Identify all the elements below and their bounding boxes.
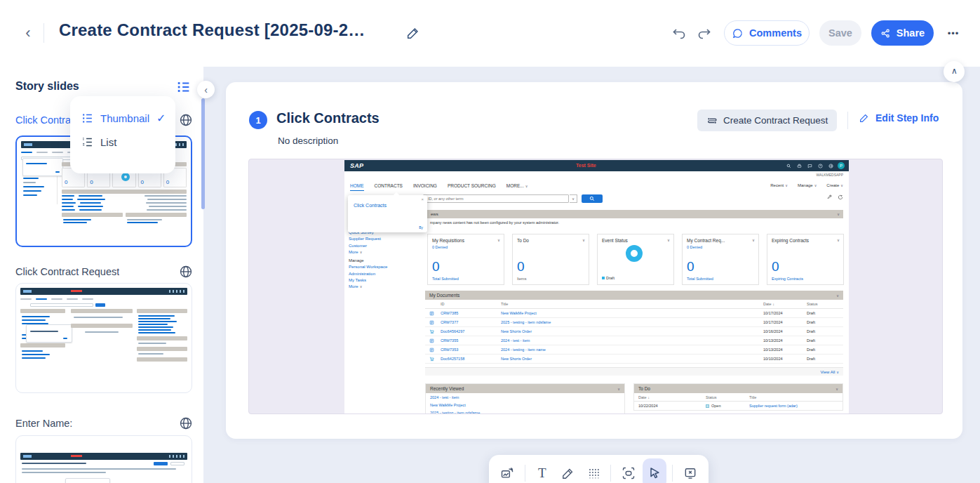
draw-tool-pencil-icon[interactable] [556, 461, 579, 483]
avatar: P [838, 162, 845, 169]
back-icon: ‹ [25, 24, 30, 42]
document-row: CRW73532024 - testing - item name 10/13/… [425, 345, 843, 355]
event-status-donut [626, 245, 643, 262]
sap-nav-tabs: HOME CONTRACTS INVOICING PRODUCT SOURCIN… [350, 183, 528, 191]
sap-topbar: SAP Test Site P [344, 160, 849, 171]
mini-tooltip [22, 158, 63, 176]
pixelate-tool-icon[interactable] [582, 461, 605, 483]
flow-icon [706, 115, 718, 126]
view-mode-menu: Thumbnail ✓ List [70, 96, 175, 173]
slide-3-label[interactable]: Enter Name: [15, 418, 72, 429]
tab-contracts: CONTRACTS [375, 183, 403, 191]
tile-expiring-contracts: Expiring Contracts∨ 0 Expiring Contracts [767, 234, 844, 285]
step-title: Click Contracts [276, 110, 380, 126]
view-toggle-list-icon[interactable] [174, 77, 194, 97]
document-row: CRW7385New WalkMe Project 10/17/2024Draf… [425, 309, 843, 318]
edit-step-label: Edit Step Info [875, 112, 939, 124]
sap-logo: SAP [350, 162, 363, 169]
document-row: CRW73772025 - testing - item ndsfame 10/… [425, 318, 843, 327]
menu-item-thumbnail[interactable]: Thumbnail ✓ [81, 106, 164, 130]
comments-button[interactable]: Comments [724, 20, 810, 46]
sidebar-scrollbar[interactable] [201, 98, 205, 209]
more-options-icon[interactable]: ••• [943, 25, 964, 41]
menu-item-list[interactable]: List [81, 130, 164, 154]
app-header: ‹ Create Contract Request [2025-09-2… Co… [0, 0, 980, 67]
tab-invoicing: INVOICING [413, 183, 437, 191]
screenshot-stage[interactable]: SAP Test Site P WALKMEDSAPP HOME CONT [248, 159, 943, 414]
capture-region-tool-icon[interactable] [617, 461, 640, 483]
comments-label: Comments [749, 27, 802, 39]
recent-menu: Recent∨ [770, 183, 788, 187]
balloon-text: Click Contracts [354, 203, 387, 208]
canvas-area: 1 Click Contracts No description Create … [203, 67, 980, 483]
collapse-sidebar-button[interactable]: ‹ [197, 81, 215, 98]
search-icon [589, 196, 595, 201]
chevron-down-icon: ∨ [525, 184, 528, 188]
contract-icon [429, 348, 434, 352]
news-message: mpany news content has not been configur… [430, 220, 559, 225]
contract-icon [429, 320, 434, 325]
wrench-icon [826, 194, 832, 200]
slide-2-label[interactable]: Click Contract Request [15, 266, 119, 277]
comment-bubble-icon [732, 27, 744, 39]
my-documents-section: My Documents∨ ID Title Date ↓ Status CRW… [425, 291, 843, 376]
editing-toolbar: T [489, 455, 709, 483]
thumbnail-list-icon [81, 112, 93, 124]
tab-product-sourcing: PRODUCT SOURCING [448, 183, 496, 191]
text-tool[interactable]: T [531, 461, 554, 483]
tab-more: MORE...∨ [506, 183, 528, 191]
slide-2-globe-icon[interactable] [179, 265, 193, 279]
document-row: Doc64564297New Shorts Order 10/16/2024Dr… [425, 327, 843, 336]
walkme-balloon[interactable]: Click Contracts × By [348, 195, 427, 232]
slide-1-globe-icon[interactable] [179, 113, 193, 127]
create-menu: Create∨ [826, 183, 843, 187]
close-icon: × [421, 197, 424, 201]
view-all-link: View All∨ [425, 367, 843, 376]
chevron-left-icon: ‹ [204, 84, 208, 95]
replace-image-tool-icon[interactable] [496, 461, 519, 483]
create-contract-request-button[interactable]: Create Contract Request [697, 110, 837, 131]
status-icon [706, 404, 709, 408]
edit-title-pencil-icon[interactable] [405, 25, 421, 41]
document-row: CRW73552024 - test - item 10/13/2024Draf… [425, 336, 843, 345]
slide-3-thumbnail[interactable] [15, 435, 192, 483]
redo-icon[interactable] [696, 25, 714, 43]
share-icon [880, 28, 891, 39]
tile-my-requisitions: My Requisitions∨ 0 Denied 0 Total Submit… [427, 234, 504, 285]
collapse-step-button[interactable]: ∨ [944, 61, 965, 82]
save-button[interactable]: Save [819, 20, 861, 46]
test-site-banner: Test Site [576, 163, 596, 168]
edit-step-info-button[interactable]: Edit Step Info [859, 112, 939, 124]
tile-my-contract-requests: My Contract Req...∨ 0 Denied 0 Total Sub… [682, 234, 759, 285]
globe-icon [828, 164, 833, 168]
slide-2-thumbnail[interactable] [15, 283, 192, 393]
account-label: WALKMEDSAPP [817, 173, 843, 177]
thumbnail-option-label: Thumbnail [100, 112, 149, 124]
remove-screen-tool-icon[interactable] [678, 461, 702, 483]
todo-row: 10/22/2024 Open Supplier request form (a… [634, 402, 843, 410]
undo-icon[interactable] [671, 25, 689, 43]
list-icon [81, 136, 93, 148]
contract-icon [429, 338, 434, 343]
select-tool-cursor-icon[interactable] [643, 458, 666, 483]
news-section-header: ews∨ [427, 210, 843, 218]
chat-icon [807, 164, 812, 168]
step-number-badge: 1 [249, 111, 267, 129]
balloon-by-label: By [419, 225, 423, 230]
step-card: 1 Click Contracts No description Create … [226, 82, 962, 439]
pencil-icon [859, 112, 870, 124]
step-description[interactable]: No description [278, 135, 338, 146]
slide-3-globe-icon[interactable] [179, 416, 193, 430]
list-option-label: List [100, 136, 164, 148]
document-row: Doc64257158New Shorts Order 10/10/2024Dr… [425, 355, 843, 364]
story-slides-panel: Story slides Click Contracts [0, 67, 203, 483]
contract-icon [429, 311, 434, 316]
chevron-up-icon: ∨ [951, 67, 958, 77]
sap-search-button [582, 194, 603, 203]
recently-viewed-panel: Recently Viewed∨ 2024 - test - item New … [425, 383, 625, 413]
share-button[interactable]: Share [871, 20, 934, 46]
search-caret: ∨ [570, 194, 577, 203]
cart-icon [429, 357, 434, 362]
back-button[interactable]: ‹ [18, 23, 38, 43]
printer-icon [797, 164, 802, 168]
